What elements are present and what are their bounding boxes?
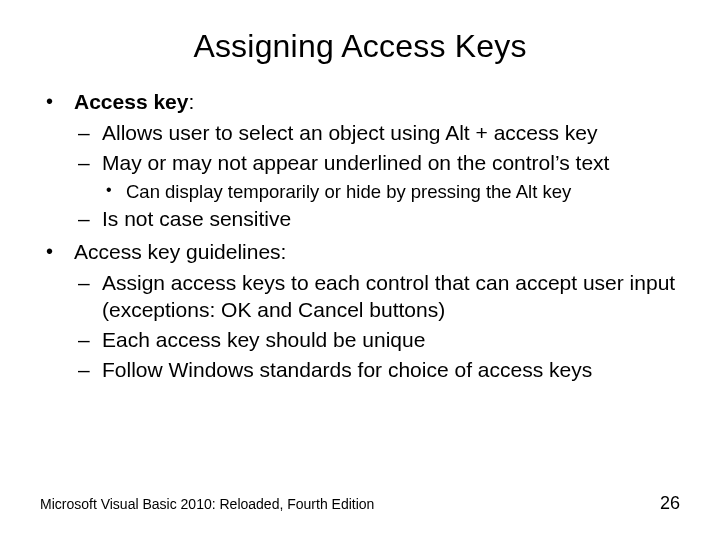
sub-bullet: Allows user to select an object using Al… bbox=[74, 120, 680, 147]
bullet-guidelines: Access key guidelines: Assign access key… bbox=[40, 239, 680, 383]
bullet-label: Access key guidelines: bbox=[74, 240, 286, 263]
slide-footer: Microsoft Visual Basic 2010: Reloaded, F… bbox=[40, 493, 680, 514]
sub-list: Allows user to select an object using Al… bbox=[74, 120, 680, 233]
sub-bullet: Follow Windows standards for choice of a… bbox=[74, 357, 680, 384]
sub-sub-bullet: Can display temporarily or hide by press… bbox=[102, 180, 680, 204]
footer-source: Microsoft Visual Basic 2010: Reloaded, F… bbox=[40, 496, 374, 512]
sub-bullet-text: May or may not appear underlined on the … bbox=[102, 151, 609, 174]
sub-sub-list: Can display temporarily or hide by press… bbox=[102, 180, 680, 204]
sub-bullet: May or may not appear underlined on the … bbox=[74, 150, 680, 204]
bullet-access-key: Access key: Allows user to select an obj… bbox=[40, 89, 680, 233]
bullet-list: Access key: Allows user to select an obj… bbox=[40, 89, 680, 384]
slide: Assigning Access Keys Access key: Allows… bbox=[0, 0, 720, 540]
sub-list: Assign access keys to each control that … bbox=[74, 270, 680, 384]
slide-body: Access key: Allows user to select an obj… bbox=[0, 89, 720, 384]
page-number: 26 bbox=[660, 493, 680, 514]
sub-bullet: Is not case sensitive bbox=[74, 206, 680, 233]
bullet-colon: : bbox=[188, 90, 194, 113]
sub-bullet: Assign access keys to each control that … bbox=[74, 270, 680, 324]
sub-bullet: Each access key should be unique bbox=[74, 327, 680, 354]
bullet-label: Access key bbox=[74, 90, 188, 113]
slide-title: Assigning Access Keys bbox=[0, 0, 720, 89]
